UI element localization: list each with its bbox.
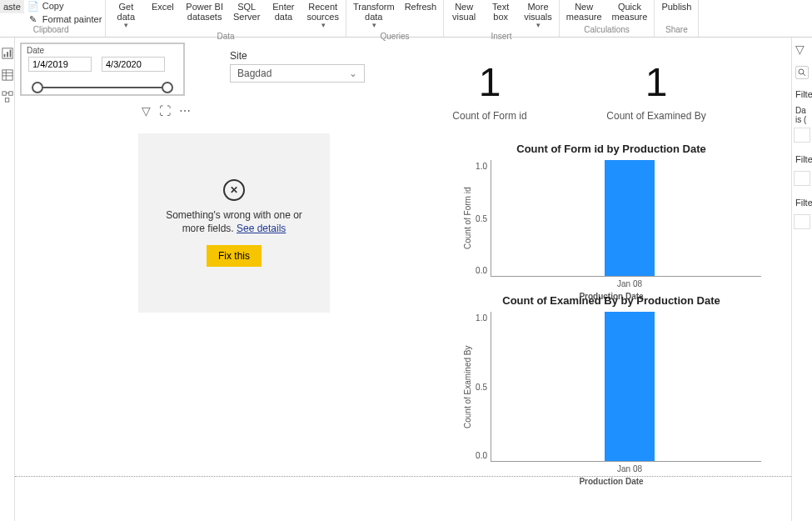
quick-measure-button[interactable]: Quickmeasure: [609, 0, 651, 23]
slicer-to-input[interactable]: [102, 57, 165, 72]
ribbon-group-clipboard: aste 📄 Copy ✎ Format painter Clipboard: [0, 0, 106, 37]
svg-rect-9: [8, 92, 12, 95]
site-label: Site: [230, 50, 247, 62]
ribbon-group-share: Publish Share: [655, 0, 699, 37]
copy-icon: 📄: [27, 0, 39, 12]
more-options-icon[interactable]: ⋯: [179, 104, 191, 118]
paste-label: aste: [3, 2, 21, 12]
filters-heading: Filte: [792, 84, 812, 104]
more-visuals-button[interactable]: Morevisuals▾: [521, 0, 555, 32]
chevron-down-icon: ⌄: [349, 68, 357, 79]
calculations-group-label: Calculations: [584, 25, 629, 35]
slicer-handle-right[interactable]: [162, 82, 173, 93]
filter-box-2[interactable]: [794, 171, 810, 186]
filter-box-3[interactable]: [794, 214, 810, 229]
chart1-bar[interactable]: [605, 160, 655, 276]
filters-heading-3: Filte: [792, 193, 812, 213]
format-painter-label: Format painter: [42, 14, 102, 24]
ribbon: aste 📄 Copy ✎ Format painter Clipboard G…: [0, 0, 812, 38]
svg-rect-8: [2, 92, 5, 95]
card2-value: 1: [581, 59, 731, 105]
card1-value: 1: [415, 59, 565, 105]
share-group-label: Share: [665, 25, 688, 35]
chart1-y-ticks: 1.0 0.5 0.0: [472, 160, 491, 277]
chart1-plot: Jan 08: [491, 160, 761, 277]
error-message: Something's wrong with one or more field…: [155, 209, 313, 235]
new-visual-button[interactable]: Newvisual: [447, 0, 481, 23]
chart2-title: Count of Examined By by Production Date: [461, 294, 761, 307]
fix-this-button[interactable]: Fix this: [207, 245, 262, 267]
site-dropdown[interactable]: Bagdad ⌄: [230, 64, 365, 83]
svg-rect-3: [9, 50, 11, 58]
ribbon-group-calculations: Newmeasure Quickmeasure Calculations: [560, 0, 655, 37]
error-visual[interactable]: ✕ Something's wrong with one or more fie…: [138, 133, 330, 313]
svg-line-13: [803, 73, 805, 76]
transform-data-button[interactable]: Transformdata▾: [350, 0, 398, 32]
date-slicer[interactable]: Date: [20, 43, 185, 96]
ribbon-group-queries: Transformdata▾ Refresh Queries: [346, 0, 444, 37]
sql-server-button[interactable]: SQLServer: [230, 0, 263, 23]
chart2-y-axis-label: Count of Examined By: [461, 312, 472, 462]
report-view-icon[interactable]: [2, 48, 13, 59]
refresh-button[interactable]: Refresh: [401, 0, 441, 13]
chart-form-id[interactable]: Count of Form id by Production Date Coun…: [461, 143, 761, 301]
model-view-icon[interactable]: [2, 91, 13, 103]
filters-heading-2: Filte: [792, 149, 812, 169]
svg-rect-1: [3, 54, 5, 58]
card2-label: Count of Examined By: [581, 110, 731, 122]
slicer-handle-left[interactable]: [32, 82, 43, 93]
svg-rect-10: [5, 98, 8, 102]
chart1-x-tick: Jan 08: [605, 279, 655, 288]
chart2-x-tick: Jan 08: [605, 464, 655, 473]
slicer-track: [32, 82, 173, 93]
new-measure-button[interactable]: Newmeasure: [563, 0, 605, 23]
chart2-plot: Jan 08: [491, 312, 761, 462]
chart2-x-axis-label: Production Date: [461, 477, 761, 486]
data-view-icon[interactable]: [2, 69, 13, 81]
chart1-title: Count of Form id by Production Date: [461, 143, 761, 155]
slicer-header: Date: [22, 44, 183, 57]
format-painter-icon: ✎: [27, 13, 39, 25]
focus-mode-icon[interactable]: ⛶: [159, 104, 171, 118]
ribbon-group-insert: Newvisual Textbox Morevisuals▾ Insert: [444, 0, 560, 37]
get-data-button[interactable]: Getdata▾: [109, 0, 142, 32]
left-view-rail: [0, 38, 15, 521]
site-selected-value: Bagdad: [237, 68, 271, 79]
report-canvas: Date ▽ ⛶ ⋯ ✕ Something's wrong with one …: [15, 38, 791, 521]
svg-rect-2: [7, 52, 8, 57]
filter-card-date[interactable]: Da is (: [792, 104, 812, 126]
filter-icon[interactable]: ▽: [142, 104, 151, 118]
filter-box-1[interactable]: [794, 128, 810, 143]
card1-label: Count of Form id: [415, 110, 565, 122]
paste-button[interactable]: aste: [0, 0, 24, 13]
card-count-examined-by[interactable]: 1 Count of Examined By: [581, 59, 731, 122]
funnel-icon[interactable]: ▽: [795, 43, 805, 56]
publish-button[interactable]: Publish: [658, 0, 695, 13]
slicer-action-bar: ▽ ⛶ ⋯: [142, 104, 191, 118]
format-painter-button[interactable]: ✎ Format painter: [27, 13, 102, 25]
slicer-from-input[interactable]: [28, 57, 92, 72]
filters-pane[interactable]: ▽ Filte Da is ( Filte Filte: [791, 38, 812, 521]
ribbon-group-data: Getdata▾ Excel Power BIdatasets SQLServe…: [106, 0, 346, 37]
excel-button[interactable]: Excel: [146, 0, 179, 13]
chart2-bar[interactable]: [605, 312, 655, 461]
see-details-link[interactable]: See details: [237, 223, 286, 234]
clipboard-small: 📄 Copy ✎ Format painter: [27, 0, 102, 25]
copy-button[interactable]: 📄 Copy: [27, 0, 64, 12]
chart-examined-by[interactable]: Count of Examined By by Production Date …: [461, 294, 761, 486]
clipboard-group-label: Clipboard: [33, 25, 69, 35]
chart1-y-axis-label: Count of Form id: [461, 160, 472, 277]
copy-label: Copy: [42, 1, 64, 11]
card-count-form-id[interactable]: 1 Count of Form id: [415, 59, 565, 122]
recent-sources-button[interactable]: Recentsources▾: [303, 0, 342, 32]
chart2-y-ticks: 1.0 0.5 0.0: [472, 312, 491, 462]
svg-rect-4: [2, 70, 12, 80]
enter-data-button[interactable]: Enterdata: [267, 0, 300, 23]
canvas-bottom-border: [15, 476, 791, 477]
text-box-button[interactable]: Textbox: [484, 0, 517, 23]
slicer-line: [37, 87, 168, 88]
search-icon[interactable]: [795, 66, 809, 79]
pbi-datasets-button[interactable]: Power BIdatasets: [182, 0, 227, 23]
error-x-icon: ✕: [223, 179, 245, 201]
